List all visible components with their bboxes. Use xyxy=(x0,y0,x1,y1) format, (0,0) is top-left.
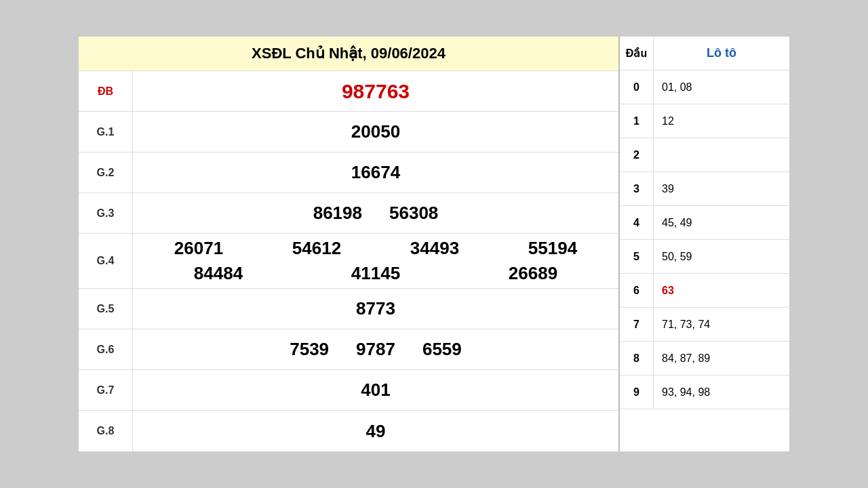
prize-g5-value: 8773 xyxy=(356,298,395,319)
loto-row-5: 550, 59 xyxy=(620,240,789,274)
loto-values-7: 71, 73, 74 xyxy=(654,313,789,336)
prize-g2-row: G.2 16674 xyxy=(79,152,618,193)
prize-g3-row: G.3 86198 56308 xyxy=(79,193,618,234)
prize-g4-row1: 26071 54612 34493 55194 xyxy=(140,238,612,259)
loto-header: Đầu Lô tô xyxy=(620,37,789,70)
prize-g1-values: 20050 xyxy=(133,116,618,148)
loto-values-1: 12 xyxy=(654,110,789,133)
loto-rows: 001, 081122339445, 49550, 59663771, 73, … xyxy=(620,70,789,409)
prize-g8-values: 49 xyxy=(133,415,618,447)
loto-values-2 xyxy=(654,150,789,161)
page-title: XSĐL Chủ Nhật, 09/06/2024 xyxy=(79,37,618,71)
loto-row-7: 771, 73, 74 xyxy=(620,308,789,342)
prize-g2-label: G.2 xyxy=(79,152,133,192)
prize-g6-value-2: 6559 xyxy=(422,339,462,360)
loto-values-5: 50, 59 xyxy=(654,245,789,268)
prize-g3-label: G.3 xyxy=(79,193,133,233)
loto-values-6: 63 xyxy=(654,279,789,302)
loto-values-3: 39 xyxy=(654,178,789,201)
prize-g7-row: G.7 401 xyxy=(79,370,618,411)
prize-g6-value-1: 9787 xyxy=(356,339,395,360)
loto-dau-1: 1 xyxy=(620,104,654,138)
prize-g3-values: 86198 56308 xyxy=(133,197,618,229)
loto-dau-5: 5 xyxy=(620,240,654,273)
prize-g8-label: G.8 xyxy=(79,411,133,451)
prize-g4-row: G.4 26071 54612 34493 55194 84484 41145 … xyxy=(79,234,618,289)
loto-row-0: 001, 08 xyxy=(620,70,789,104)
prize-g4-row2: 84484 41145 26689 xyxy=(140,263,612,284)
prize-g6-label: G.6 xyxy=(79,329,133,369)
prize-g4-r2-v1: 41145 xyxy=(351,263,400,284)
prize-g3-value-0: 86198 xyxy=(313,203,362,224)
prize-db-value: 987763 xyxy=(342,80,410,103)
prize-g4-r1-v1: 54612 xyxy=(292,238,341,259)
loto-dau-2: 2 xyxy=(620,138,654,171)
loto-row-4: 445, 49 xyxy=(620,206,789,240)
loto-dau-8: 8 xyxy=(620,342,654,375)
prize-g7-label: G.7 xyxy=(79,370,133,410)
prize-g2-values: 16674 xyxy=(133,157,618,188)
prize-g5-row: G.5 8773 xyxy=(79,289,618,329)
prize-g1-label: G.1 xyxy=(79,112,133,152)
loto-dau-6: 6 xyxy=(620,274,654,307)
prize-g4-r1-v3: 55194 xyxy=(528,238,577,259)
loto-dau-4: 4 xyxy=(620,206,654,239)
loto-dau-0: 0 xyxy=(620,70,654,104)
prize-db-row: ĐB 987763 xyxy=(79,71,618,112)
prize-db-label: ĐB xyxy=(79,71,133,111)
prize-g5-values: 8773 xyxy=(133,293,618,325)
prize-g1-value: 20050 xyxy=(351,121,400,142)
loto-row-2: 2 xyxy=(620,138,789,172)
prize-g2-value: 16674 xyxy=(351,162,400,183)
prize-g7-value: 401 xyxy=(361,380,390,401)
prize-g7-values: 401 xyxy=(133,374,618,406)
loto-row-9: 993, 94, 98 xyxy=(620,375,789,409)
prize-g8-value: 49 xyxy=(366,421,386,442)
prize-g8-row: G.8 49 xyxy=(79,411,618,451)
prize-g6-row: G.6 7539 9787 6559 xyxy=(79,329,618,370)
loto-row-6: 663 xyxy=(620,274,789,308)
loto-row-8: 884, 87, 89 xyxy=(620,342,789,375)
prize-g3-value-1: 56308 xyxy=(389,203,438,224)
prize-g4-r1-v0: 26071 xyxy=(174,238,223,259)
prize-g4-r2-v2: 26689 xyxy=(509,263,557,284)
loto-dau-7: 7 xyxy=(620,308,654,341)
prize-g6-values: 7539 9787 6559 xyxy=(133,333,618,365)
prize-g4-label: G.4 xyxy=(79,234,133,288)
loto-values-0: 01, 08 xyxy=(654,76,789,99)
prize-g1-row: G.1 20050 xyxy=(79,112,618,152)
loto-values-9: 93, 94, 98 xyxy=(654,381,789,404)
loto-values-4: 45, 49 xyxy=(654,211,789,235)
loto-header-loto: Lô tô xyxy=(654,37,789,70)
prize-g5-label: G.5 xyxy=(79,289,133,329)
loto-dau-9: 9 xyxy=(620,375,654,409)
prize-g6-value-0: 7539 xyxy=(290,339,329,360)
loto-row-3: 339 xyxy=(620,172,789,206)
loto-section: Đầu Lô tô 001, 081122339445, 49550, 5966… xyxy=(620,37,789,451)
prize-db-values: 987763 xyxy=(133,75,618,108)
loto-values-8: 84, 87, 89 xyxy=(654,347,789,370)
prize-g4-r1-v2: 34493 xyxy=(410,238,459,259)
prize-g4-r2-v0: 84484 xyxy=(194,263,243,284)
loto-dau-3: 3 xyxy=(620,172,654,205)
loto-row-1: 112 xyxy=(620,104,789,138)
loto-header-dau: Đầu xyxy=(620,37,654,70)
